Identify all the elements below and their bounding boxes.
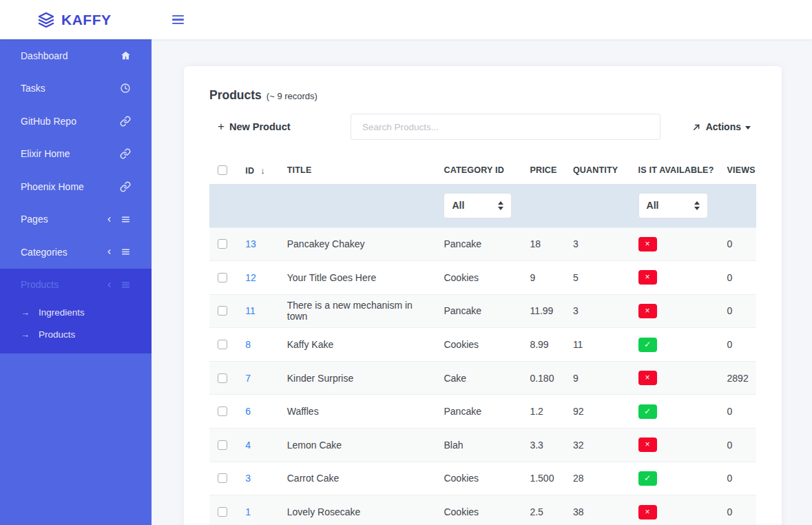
column-header-category[interactable]: CATEGORY ID: [435, 156, 521, 184]
cell-title: Lemon Cake: [279, 429, 436, 462]
sidebar-item-github-repo[interactable]: GitHub Repo: [0, 105, 152, 138]
cell-views: 0: [719, 227, 756, 261]
cell-views: 2892: [719, 361, 756, 395]
cell-price: 1.2: [521, 395, 564, 429]
cell-views: 0: [719, 429, 756, 462]
availability-badge: ✓: [638, 338, 657, 352]
cell-quantity: 38: [565, 495, 630, 525]
cell-quantity: 5: [565, 261, 630, 295]
sidebar-item-pages[interactable]: Pages: [0, 203, 152, 236]
row-checkbox[interactable]: [218, 340, 227, 349]
cell-price: 0.180: [521, 361, 564, 395]
category-filter-select[interactable]: All: [444, 193, 512, 218]
main-content: Products (~ 9 records) + New Product Act…: [152, 39, 812, 525]
actions-dropdown-button[interactable]: Actions: [691, 121, 751, 132]
cell-title: Carrot Cake: [279, 462, 436, 495]
cell-views: 0: [719, 261, 756, 295]
table-row: 11 There is a new mechanism in town Panc…: [209, 294, 756, 328]
brand-name: KAFFY: [61, 12, 112, 28]
row-checkbox[interactable]: [218, 440, 227, 450]
column-header-price[interactable]: PRICE: [521, 156, 564, 184]
row-id-link[interactable]: 3: [245, 473, 251, 484]
cell-title: Kaffy Kake: [279, 328, 436, 362]
cell-category: Cookies: [435, 495, 521, 525]
row-checkbox[interactable]: [218, 406, 227, 416]
row-id-link[interactable]: 13: [245, 238, 256, 249]
home-icon: [121, 50, 131, 61]
sidebar: Dashboard Tasks GitHub Repo Elixir Home: [0, 39, 152, 525]
sidebar-item-elixir-home[interactable]: Elixir Home: [0, 138, 152, 171]
row-id-link[interactable]: 4: [245, 440, 251, 451]
sidebar-item-tasks[interactable]: Tasks: [0, 72, 152, 105]
records-count: (~ 9 records): [267, 91, 317, 101]
filter-row: All All: [209, 184, 756, 227]
sidebar-group-products: Products → Ingredients → Products: [0, 269, 152, 354]
products-card: Products (~ 9 records) + New Product Act…: [184, 66, 782, 525]
cell-views: 0: [719, 495, 756, 525]
available-filter-select[interactable]: All: [638, 193, 708, 218]
plus-icon: +: [218, 120, 225, 134]
chevron-left-icon: [105, 216, 113, 223]
select-all-checkbox[interactable]: [218, 165, 227, 175]
availability-badge: ×: [638, 371, 657, 385]
row-checkbox[interactable]: [218, 473, 227, 483]
sidebar-subitem-ingredients[interactable]: → Ingredients: [0, 301, 152, 323]
layers-icon: [38, 12, 54, 28]
sidebar-item-products[interactable]: Products: [0, 269, 152, 302]
new-product-button[interactable]: + New Product: [209, 120, 351, 134]
cell-title: There is a new mechanism in town: [279, 294, 436, 328]
sidebar-item-phoenix-home[interactable]: Phoenix Home: [0, 170, 152, 203]
clock-icon: [120, 83, 131, 94]
row-id-link[interactable]: 6: [245, 406, 251, 417]
cell-quantity: 28: [565, 462, 630, 495]
cell-quantity: 32: [565, 429, 630, 462]
column-header-quantity[interactable]: QUANTITY: [565, 156, 630, 184]
menu-icon: [172, 15, 184, 17]
column-header-title[interactable]: TITLE: [279, 156, 436, 184]
row-id-link[interactable]: 8: [245, 339, 251, 350]
cell-views: 0: [719, 328, 756, 362]
row-checkbox[interactable]: [218, 273, 227, 282]
row-id-link[interactable]: 1: [245, 506, 251, 517]
table-row: 6 Waffles Pancake 1.2 92 ✓ 0: [209, 395, 756, 429]
chevron-left-icon: [105, 281, 113, 289]
cell-category: Cookies: [435, 261, 521, 295]
page-title: Products: [209, 88, 262, 103]
column-header-available[interactable]: IS IT AVAILABLE?: [630, 156, 719, 184]
cell-price: 8.99: [521, 328, 564, 362]
menu-icon: [121, 280, 131, 289]
cell-quantity: 3: [565, 227, 630, 261]
table-row: 1 Lovely Rosecake Cookies 2.5 38 × 0: [209, 495, 756, 525]
cell-category: Pancake: [435, 395, 521, 429]
cell-price: 3.3: [521, 429, 564, 462]
column-header-id[interactable]: ID↓: [237, 156, 278, 184]
sidebar-item-dashboard[interactable]: Dashboard: [0, 39, 152, 72]
cell-price: 18: [521, 227, 564, 261]
sidebar-item-categories[interactable]: Categories: [0, 236, 152, 269]
sidebar-subitem-products[interactable]: → Products: [0, 323, 152, 345]
cell-quantity: 11: [565, 328, 630, 362]
column-header-views[interactable]: VIEWS: [719, 156, 756, 184]
row-checkbox[interactable]: [218, 507, 227, 517]
availability-badge: ✓: [638, 404, 657, 419]
table-row: 8 Kaffy Kake Cookies 8.99 11 ✓ 0: [209, 328, 756, 362]
row-id-link[interactable]: 12: [245, 272, 256, 283]
cell-price: 2.5: [521, 495, 564, 525]
table-row: 3 Carrot Cake Cookies 1.500 28 ✓ 0: [209, 462, 756, 495]
row-id-link[interactable]: 7: [245, 373, 251, 384]
cell-title: Waffles: [279, 395, 436, 429]
cell-views: 0: [719, 395, 756, 429]
cell-title: Pancakey Chakey: [279, 227, 436, 261]
menu-icon: [121, 215, 131, 224]
cell-quantity: 9: [565, 361, 630, 395]
sidebar-toggle-button[interactable]: [169, 12, 187, 27]
select-arrows-icon: [694, 201, 700, 210]
row-checkbox[interactable]: [218, 306, 227, 316]
cell-price: 9: [521, 261, 564, 295]
row-checkbox[interactable]: [218, 239, 227, 249]
availability-badge: ×: [638, 270, 657, 285]
search-input[interactable]: [351, 114, 660, 140]
row-id-link[interactable]: 11: [245, 305, 256, 316]
row-checkbox[interactable]: [218, 373, 227, 383]
brand-logo[interactable]: KAFFY: [0, 12, 152, 28]
